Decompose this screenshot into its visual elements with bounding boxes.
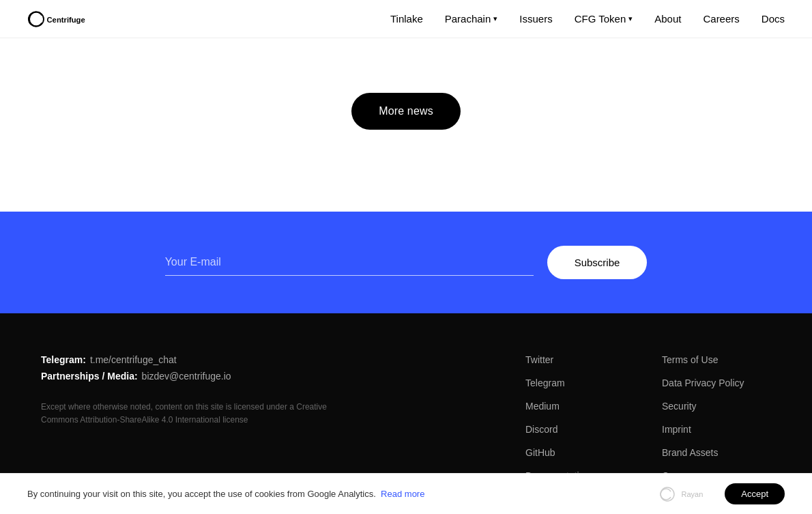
main-content: More news Subscribe Telegram: t.me/centr… — [0, 0, 812, 514]
cookie-right: Rayan Accept — [659, 483, 785, 504]
footer-license: Except where otherwise noted, content on… — [41, 401, 355, 427]
footer-twitter[interactable]: Twitter — [525, 354, 635, 365]
logo[interactable]: Centrifuge — [27, 8, 109, 30]
telegram-link[interactable]: t.me/centrifuge_chat — [90, 354, 177, 365]
nav-parachain[interactable]: Parachain ▾ — [445, 13, 498, 25]
footer-imprint[interactable]: Imprint — [662, 424, 771, 435]
footer-data-privacy-policy[interactable]: Data Privacy Policy — [662, 377, 771, 388]
cookie-accept-button[interactable]: Accept — [725, 483, 785, 504]
partnerships-row: Partnerships / Media: bizdev@centrifuge.… — [41, 371, 355, 382]
nav-careers[interactable]: Careers — [703, 13, 739, 25]
footer-terms-of-use[interactable]: Terms of Use — [662, 354, 771, 365]
footer-telegram[interactable]: Telegram — [525, 377, 635, 388]
subscribe-button[interactable]: Subscribe — [547, 246, 648, 279]
more-news-button[interactable]: More news — [351, 93, 461, 130]
nav-about[interactable]: About — [654, 13, 681, 25]
nav-issuers[interactable]: Issuers — [519, 13, 552, 25]
cfg-token-chevron-icon: ▾ — [628, 14, 633, 23]
footer-brand-assets[interactable]: Brand Assets — [662, 447, 771, 458]
parachain-chevron-icon: ▾ — [493, 14, 497, 23]
footer-security[interactable]: Security — [662, 401, 771, 412]
more-news-section: More news — [0, 38, 812, 212]
footer-discord[interactable]: Discord — [525, 424, 635, 435]
read-more-link[interactable]: Read more — [381, 489, 424, 499]
footer-github[interactable]: GitHub — [525, 447, 635, 458]
cookie-logo: Rayan — [659, 486, 703, 502]
footer-contact: Telegram: t.me/centrifuge_chat Partnersh… — [41, 354, 355, 382]
telegram-label: Telegram: — [41, 354, 86, 365]
cookie-text: By continuing your visit on this site, y… — [27, 489, 424, 499]
footer-medium[interactable]: Medium — [525, 401, 635, 412]
svg-text:Centrifuge: Centrifuge — [47, 15, 85, 23]
partnerships-label: Partnerships / Media: — [41, 371, 138, 382]
nav-tinlake[interactable]: Tinlake — [390, 13, 423, 25]
navigation: Centrifuge Tinlake Parachain ▾ Issuers C… — [0, 0, 812, 38]
cookie-bar: By continuing your visit on this site, y… — [0, 473, 812, 514]
telegram-row: Telegram: t.me/centrifuge_chat — [41, 354, 355, 365]
partnerships-email-link[interactable]: bizdev@centrifuge.io — [142, 371, 231, 382]
nav-docs[interactable]: Docs — [762, 13, 785, 25]
nav-cfg-token[interactable]: CFG Token ▾ — [575, 13, 633, 25]
nav-links: Tinlake Parachain ▾ Issuers CFG Token ▾ … — [390, 13, 785, 25]
email-input[interactable] — [165, 249, 534, 276]
subscribe-section: Subscribe — [0, 212, 812, 313]
